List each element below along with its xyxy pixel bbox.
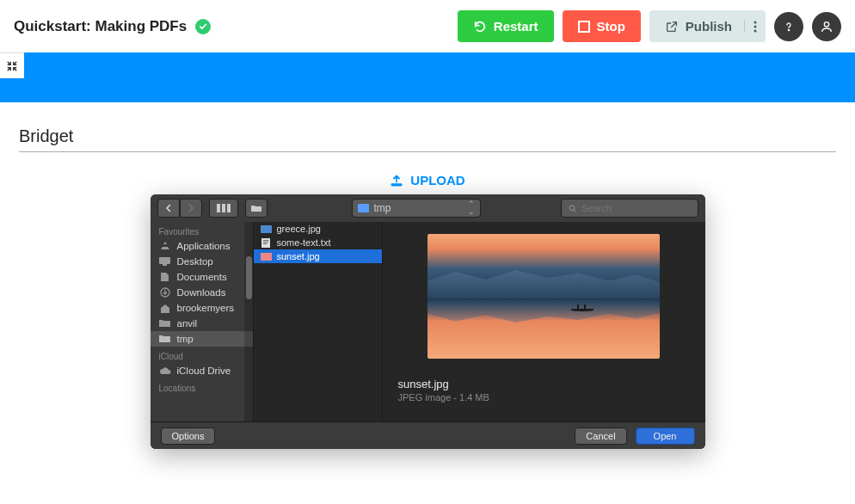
search-field[interactable] (561, 199, 698, 218)
svg-rect-17 (263, 243, 267, 244)
options-button[interactable]: Options (161, 427, 216, 445)
text-file-icon (261, 238, 272, 248)
sidebar-section-icloud: iCloud (151, 347, 253, 363)
svg-point-5 (824, 22, 828, 26)
upload-button[interactable]: UPLOAD (19, 173, 836, 187)
preview-filename: sunset.jpg (398, 378, 489, 390)
open-button[interactable]: Open (636, 427, 695, 445)
folder-icon (358, 204, 369, 212)
cloud-icon (159, 366, 171, 376)
documents-icon (159, 272, 171, 282)
svg-rect-11 (163, 264, 167, 266)
chevron-left-icon (165, 204, 172, 212)
path-selector[interactable]: tmp ⌃⌄ (352, 199, 481, 218)
desktop-icon (159, 256, 171, 267)
file-item[interactable]: greece.jpg (254, 222, 382, 236)
external-link-icon (665, 20, 679, 34)
sidebar-item-applications[interactable]: Applications (151, 238, 253, 254)
preview-subtitle: JPEG image - 1.4 MB (398, 392, 489, 403)
file-picker-dialog: tmp ⌃⌄ Favourites Applications Desktop D… (151, 194, 705, 449)
preview-image (428, 234, 660, 359)
sidebar-scrollbar[interactable] (244, 222, 253, 421)
nav-buttons (157, 199, 202, 218)
publish-button[interactable]: Publish (649, 10, 766, 42)
svg-rect-0 (579, 22, 589, 32)
search-icon (569, 204, 577, 213)
page-title: Quickstart: Making PDFs (14, 18, 187, 35)
svg-rect-15 (263, 240, 268, 241)
account-button[interactable] (812, 12, 841, 41)
view-columns-button[interactable] (209, 199, 238, 218)
sidebar-section-locations: Locations (151, 378, 253, 395)
cancel-button[interactable]: Cancel (575, 427, 626, 445)
sidebar-item-anvil[interactable]: anvil (151, 316, 253, 331)
search-input[interactable] (581, 203, 690, 213)
svg-point-9 (569, 205, 575, 210)
svg-rect-8 (227, 204, 231, 212)
svg-rect-6 (217, 204, 220, 212)
file-picker-sidebar: Favourites Applications Desktop Document… (151, 222, 254, 421)
image-file-icon (261, 252, 272, 261)
image-file-icon (261, 224, 272, 234)
file-picker-toolbar: tmp ⌃⌄ (151, 194, 705, 222)
svg-point-2 (754, 25, 757, 28)
sidebar-item-documents[interactable]: Documents (151, 269, 253, 285)
section-title: Bridget (19, 126, 836, 152)
scrollbar-thumb[interactable] (246, 256, 252, 299)
blue-bar (0, 52, 855, 102)
svg-rect-7 (222, 204, 225, 212)
svg-rect-10 (159, 257, 170, 264)
preview-meta: sunset.jpg JPEG image - 1.4 MB (398, 378, 489, 403)
file-item[interactable]: some-text.txt (254, 236, 382, 249)
sidebar-item-desktop[interactable]: Desktop (151, 254, 253, 269)
svg-rect-14 (261, 238, 270, 248)
sidebar-item-home[interactable]: brookemyers (151, 300, 253, 316)
content-area: Bridget UPLOAD tmp ⌃⌄ (0, 102, 855, 473)
chevron-updown-icon: ⌃⌄ (468, 200, 475, 216)
chevron-right-icon (188, 204, 194, 212)
sidebar-section-favourites: Favourites (151, 222, 253, 238)
folder-icon (159, 334, 171, 344)
forward-button[interactable] (180, 199, 202, 218)
downloads-icon (159, 287, 171, 298)
columns-icon (217, 204, 231, 212)
group-button[interactable] (245, 199, 268, 218)
collapse-button[interactable] (0, 52, 24, 78)
svg-rect-13 (261, 225, 272, 233)
stop-button[interactable]: Stop (563, 10, 641, 42)
svg-rect-16 (263, 242, 268, 243)
publish-more-icon[interactable] (744, 21, 757, 33)
folder-icon (250, 204, 262, 212)
svg-rect-18 (261, 253, 272, 261)
file-preview: sunset.jpg JPEG image - 1.4 MB (383, 222, 705, 421)
user-icon (820, 20, 833, 34)
file-picker-footer: Options Cancel Open (151, 421, 705, 449)
sidebar-item-icloud-drive[interactable]: iCloud Drive (151, 363, 253, 378)
status-ok-icon (195, 19, 211, 34)
stop-icon (578, 21, 590, 33)
svg-point-4 (788, 29, 789, 30)
top-bar-right: Restart Stop Publish (458, 10, 841, 42)
sidebar-item-downloads[interactable]: Downloads (151, 285, 253, 300)
top-bar: Quickstart: Making PDFs Restart Stop Pub… (0, 0, 855, 52)
file-list: greece.jpg some-text.txt sunset.jpg (254, 222, 383, 421)
svg-point-1 (754, 21, 757, 23)
svg-point-3 (754, 29, 757, 32)
help-icon (782, 20, 796, 34)
home-icon (159, 303, 171, 313)
folder-icon (159, 318, 171, 329)
refresh-icon (473, 20, 487, 34)
apps-icon (159, 241, 171, 251)
file-picker-body: Favourites Applications Desktop Document… (151, 222, 705, 421)
file-item[interactable]: sunset.jpg (254, 249, 382, 263)
help-button[interactable] (774, 12, 803, 41)
collapse-icon (6, 60, 18, 72)
upload-icon (390, 174, 403, 187)
restart-button[interactable]: Restart (458, 10, 554, 42)
view-buttons (209, 199, 238, 218)
sidebar-item-tmp[interactable]: tmp (151, 331, 253, 347)
back-button[interactable] (157, 199, 180, 218)
top-bar-left: Quickstart: Making PDFs (14, 18, 211, 35)
